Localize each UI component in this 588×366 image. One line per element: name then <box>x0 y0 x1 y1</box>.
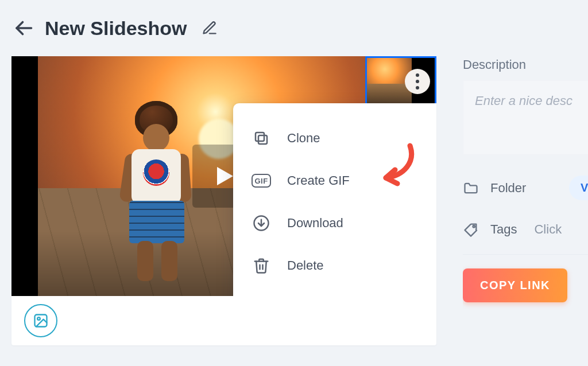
divider <box>463 254 588 255</box>
gif-icon: GIF <box>252 171 271 190</box>
description-label: Description <box>463 57 588 72</box>
menu-item-label: Create GIF <box>287 173 350 188</box>
trash-icon <box>252 256 271 275</box>
folder-value-pill[interactable]: Virt <box>569 176 588 200</box>
main-area: Clone GIF Create GIF Download <box>0 46 588 345</box>
selected-slide-thumbnail[interactable] <box>365 56 436 107</box>
tags-row[interactable]: Tags Click <box>463 221 588 238</box>
menu-item-delete[interactable]: Delete <box>237 244 436 287</box>
tags-label: Tags <box>490 222 517 237</box>
back-button[interactable] <box>11 16 36 40</box>
add-image-button[interactable] <box>24 304 57 337</box>
menu-item-download[interactable]: Download <box>237 202 436 244</box>
copy-link-button[interactable]: COPY LINK <box>463 268 567 302</box>
tag-icon <box>463 221 480 238</box>
folder-row[interactable]: Folder Virt <box>463 176 588 200</box>
svg-marker-1 <box>217 167 233 185</box>
image-icon <box>33 313 49 329</box>
arrow-left-icon <box>13 18 34 38</box>
clone-icon <box>252 129 271 148</box>
tags-hint: Click <box>534 222 562 237</box>
more-vertical-icon <box>416 73 419 77</box>
svg-point-8 <box>37 317 40 320</box>
download-icon <box>252 213 271 233</box>
menu-item-label: Clone <box>287 131 320 146</box>
slide-context-menu: Clone GIF Create GIF Download <box>233 103 436 296</box>
card-toolbar <box>11 296 436 345</box>
page-title: New Slideshow <box>45 17 187 40</box>
description-input[interactable]: Enter a nice desc <box>463 80 588 155</box>
menu-item-label: Delete <box>287 258 324 273</box>
menu-item-create-gif[interactable]: GIF Create GIF <box>237 159 436 202</box>
video-preview: Clone GIF Create GIF Download <box>11 56 436 296</box>
description-placeholder: Enter a nice desc <box>475 94 572 108</box>
page-header: New Slideshow <box>0 0 588 46</box>
pencil-icon <box>202 20 218 36</box>
folder-icon <box>463 180 480 197</box>
svg-rect-3 <box>256 133 264 141</box>
svg-point-9 <box>473 225 475 228</box>
menu-item-label: Download <box>287 216 343 231</box>
folder-label: Folder <box>490 181 526 196</box>
slide-options-button[interactable] <box>405 69 430 94</box>
slideshow-card: Clone GIF Create GIF Download <box>11 56 436 345</box>
details-panel: Description Enter a nice desc Folder Vir… <box>463 56 588 345</box>
menu-item-clone[interactable]: Clone <box>237 117 436 159</box>
rename-button[interactable] <box>199 17 220 39</box>
menu-item-replace-video[interactable]: Replace Video <box>237 287 436 296</box>
svg-rect-2 <box>258 135 267 144</box>
